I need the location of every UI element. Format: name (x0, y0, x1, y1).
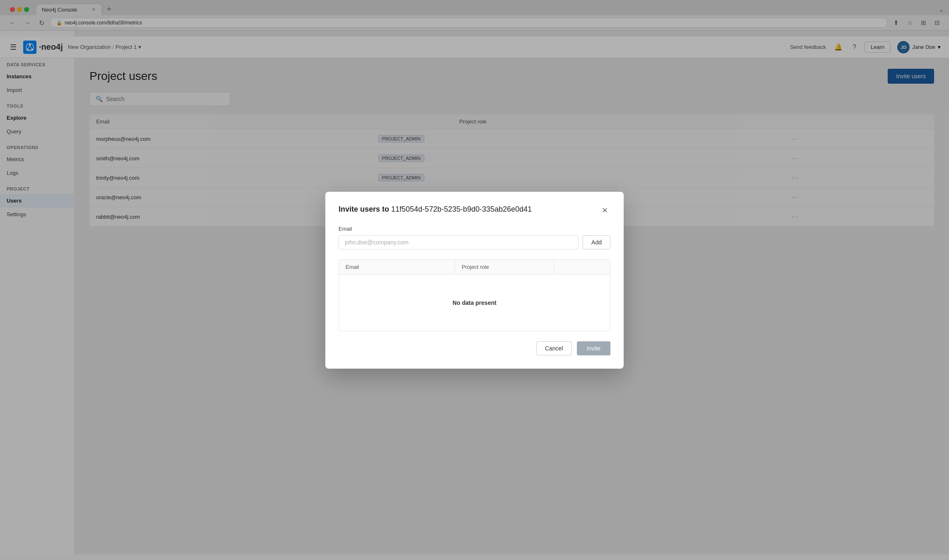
add-email-button[interactable]: Add (583, 235, 610, 249)
invite-users-modal: Invite users to 11f5054d-572b-5235-b9d0-… (325, 192, 624, 369)
email-input[interactable] (339, 235, 579, 249)
email-label: Email (339, 226, 610, 232)
modal-overlay[interactable]: Invite users to 11f5054d-572b-5235-b9d0-… (0, 0, 949, 554)
modal-col-email: Email (339, 260, 455, 274)
no-data-message: No data present (339, 275, 610, 331)
invite-button[interactable]: Invite (577, 341, 610, 355)
email-input-row: Add (339, 235, 610, 249)
modal-footer: Cancel Invite (339, 341, 610, 355)
cancel-button[interactable]: Cancel (536, 341, 572, 355)
modal-col-actions (554, 260, 610, 274)
modal-header: Invite users to 11f5054d-572b-5235-b9d0-… (339, 205, 610, 216)
modal-col-role: Project role (455, 260, 554, 274)
modal-table: Email Project role No data present (339, 259, 610, 331)
modal-table-header: Email Project role (339, 260, 610, 275)
modal-title: Invite users to 11f5054d-572b-5235-b9d0-… (339, 205, 532, 214)
modal-close-button[interactable]: ✕ (599, 205, 610, 216)
